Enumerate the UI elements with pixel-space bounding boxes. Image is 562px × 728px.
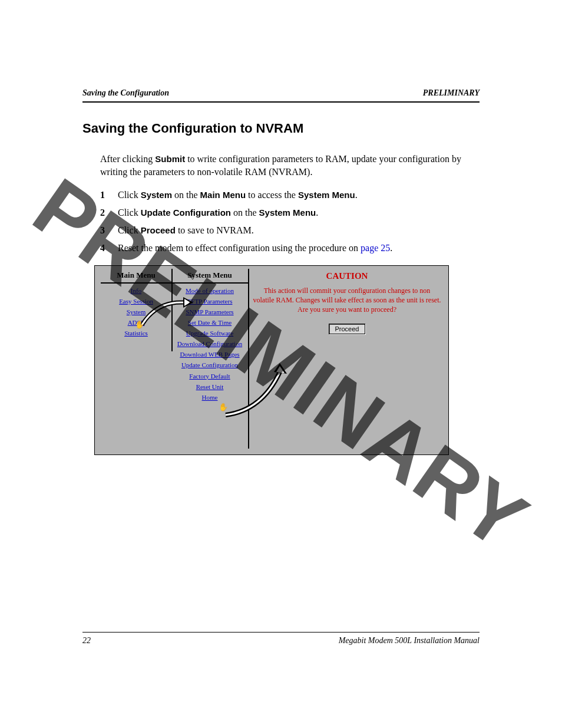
step-3: 3 Click Proceed to save to NVRAM. (100, 225, 480, 236)
step-text: Reset the modem to effect configuration … (118, 243, 392, 253)
cursor-icon: ✋ (135, 320, 144, 330)
svg-marker-3 (276, 366, 285, 373)
main-menu-item-info[interactable]: Info (101, 287, 171, 294)
system-menu-item-download-config[interactable]: Download Configuration (171, 340, 248, 347)
system-menu-item-snmp[interactable]: SNMP Parameters (171, 308, 248, 315)
running-footer: 22 Megabit Modem 500L Installation Manua… (82, 632, 480, 645)
system-menu-item-factory-default[interactable]: Factory Default (171, 373, 248, 380)
header-right: PRELIMINARY (423, 88, 480, 98)
system-menu-title: System Menu (171, 269, 248, 284)
system-menu-item-home[interactable]: Home (171, 394, 248, 401)
system-menu-panel: System Menu Mode of operation TFTP Param… (171, 269, 249, 449)
steps-list: 1 Click System on the Main Menu to acces… (100, 190, 480, 253)
svg-marker-2 (274, 363, 287, 374)
page-number: 22 (82, 636, 91, 645)
step-text: Click System on the Main Menu to access … (118, 190, 358, 200)
step-number: 2 (100, 207, 118, 218)
system-menu-item-reset-unit[interactable]: Reset Unit (171, 383, 248, 390)
caution-text: This action will commit your configurati… (248, 286, 446, 315)
section-heading: Saving the Configuration to NVRAM (82, 121, 480, 136)
intro-bold-submit: Submit (155, 154, 185, 164)
page-link[interactable]: page 25 (361, 243, 390, 253)
figure-screenshot: Main Menu Info Easy Session System ADSL … (94, 265, 449, 455)
step-2: 2 Click Update Configuration on the Syst… (100, 207, 480, 218)
system-menu-item-update-config[interactable]: Update Configuration (171, 361, 248, 368)
system-menu-item-tftp[interactable]: TFTP Parameters (171, 298, 248, 305)
step-text: Click Update Configuration on the System… (118, 207, 318, 218)
step-4: 4 Reset the modem to effect configuratio… (100, 243, 480, 253)
intro-text-1: After clicking (100, 154, 155, 164)
proceed-button[interactable]: Proceed (329, 324, 366, 334)
step-number: 3 (100, 225, 118, 236)
footer-title: Megabit Modem 500L Installation Manual (339, 636, 480, 645)
running-header: Saving the Configuration PRELIMINARY (82, 88, 480, 103)
cursor-icon: ✋ (219, 403, 228, 412)
main-menu-item-system[interactable]: System (101, 308, 171, 315)
intro-paragraph: After clicking Submit to write configura… (100, 153, 480, 179)
step-number: 1 (100, 190, 118, 200)
header-left: Saving the Configuration (82, 88, 169, 98)
step-1: 1 Click System on the Main Menu to acces… (100, 190, 480, 200)
caution-panel: CAUTION This action will commit your con… (248, 269, 446, 335)
system-menu-item-upgrade[interactable]: Upgrade Software (171, 330, 248, 337)
main-menu-item-easy-session[interactable]: Easy Session (101, 298, 171, 305)
step-text: Click Proceed to save to NVRAM. (118, 225, 254, 236)
page-content: Saving the Configuration to NVRAM After … (82, 121, 480, 455)
step-number: 4 (100, 243, 118, 253)
main-menu-panel: Main Menu Info Easy Session System ADSL … (101, 269, 173, 351)
caution-title: CAUTION (248, 271, 446, 281)
main-menu-title: Main Menu (101, 269, 171, 284)
system-menu-item-mode[interactable]: Mode of operation (171, 287, 248, 294)
system-menu-item-download-web[interactable]: Download WEB Pages (171, 351, 248, 358)
main-menu-item-statistics[interactable]: Statistics (101, 330, 171, 337)
system-menu-item-datetime[interactable]: Set Date & Time (171, 319, 248, 326)
